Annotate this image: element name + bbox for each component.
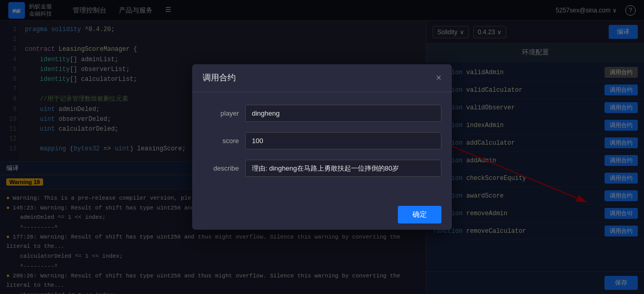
modal-body: player score describe xyxy=(192,92,452,200)
modal-title: 调用合约 xyxy=(203,73,236,83)
close-icon[interactable]: × xyxy=(436,73,441,83)
describe-label: describe xyxy=(203,164,239,172)
call-contract-modal: 调用合约 × player score describe 确定 xyxy=(192,64,452,230)
player-input[interactable] xyxy=(245,105,441,122)
describe-field-row: describe xyxy=(203,160,441,177)
modal-header: 调用合约 × xyxy=(192,64,452,92)
describe-input[interactable] xyxy=(245,160,441,177)
confirm-button[interactable]: 确定 xyxy=(398,206,441,223)
player-label: player xyxy=(203,109,239,117)
modal-footer: 确定 xyxy=(192,200,452,230)
player-field-row: player xyxy=(203,105,441,122)
score-input[interactable] xyxy=(245,132,441,149)
score-field-row: score xyxy=(203,132,441,149)
score-label: score xyxy=(203,137,239,145)
modal-overlay[interactable]: 调用合约 × player score describe 确定 xyxy=(0,0,644,294)
